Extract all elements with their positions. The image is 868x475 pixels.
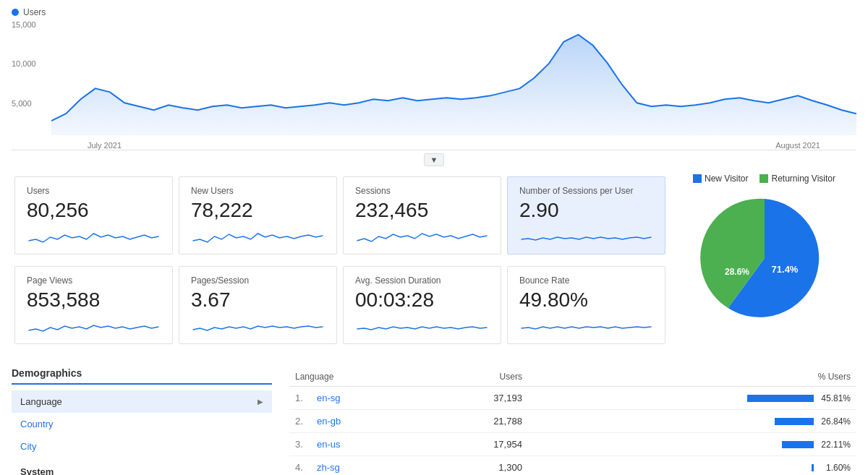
bar-fill <box>812 464 814 471</box>
returning-visitor-legend: Returning Visitor <box>760 174 835 184</box>
demo-city-label: City <box>20 441 36 452</box>
sparkline-sessions <box>355 226 489 248</box>
pct-text: 45.81% <box>818 393 851 403</box>
demographics-title: Demographics <box>12 367 272 385</box>
table-row: 4.zh-sg1,3001.60% <box>289 456 856 476</box>
new-visitor-legend-label: New Visitor <box>705 174 748 184</box>
language-table: Language Users % Users 1.en-sg37,19345.8… <box>289 367 856 475</box>
pct-cell: 26.84% <box>528 410 856 433</box>
rank-cell: 3. <box>289 433 311 456</box>
users-cell: 21,788 <box>413 410 528 433</box>
metrics-row-2: Page Views 853,588 Pages/Session 3.67 <box>12 263 668 347</box>
bar-fill <box>782 441 814 448</box>
demo-language-label: Language <box>20 396 62 407</box>
lang-cell[interactable]: zh-sg <box>311 456 413 476</box>
pie-chart: 71.4% 28.6% <box>672 189 856 320</box>
metric-users-value: 80,256 <box>27 199 161 222</box>
col-users: Users <box>413 367 528 387</box>
bar-fill <box>747 395 814 402</box>
table-row: 2.en-gb21,78826.84% <box>289 410 856 433</box>
demo-country-label: Country <box>20 419 54 429</box>
metric-bounce-rate: Bounce Rate 49.80% <box>507 266 665 344</box>
x-label-july: July 2021 <box>88 141 122 150</box>
lang-link[interactable]: zh-sg <box>317 462 340 473</box>
lang-link[interactable]: en-gb <box>317 416 341 427</box>
rank-cell: 4. <box>289 456 311 476</box>
metric-new-users-label: New Users <box>191 186 325 196</box>
metric-avg-duration-label: Avg. Session Duration <box>355 275 489 286</box>
demo-item-city[interactable]: City <box>12 435 272 458</box>
metric-new-users-value: 78,222 <box>191 199 325 222</box>
pct-cell: 45.81% <box>528 387 856 410</box>
new-visitor-legend: New Visitor <box>693 174 748 184</box>
scroll-button[interactable]: ▼ <box>424 153 445 166</box>
metric-avg-duration: Avg. Session Duration 00:03:28 <box>343 266 501 344</box>
users-cell: 37,193 <box>413 387 528 410</box>
y-axis: 15,000 10,000 5,000 <box>12 20 51 150</box>
pie-section: New Visitor Returning Visitor 7 <box>672 174 856 320</box>
y-label-5k: 5,000 <box>12 99 47 108</box>
lang-cell[interactable]: en-gb <box>311 410 413 433</box>
lang-cell[interactable]: en-sg <box>311 387 413 410</box>
returning-visitor-legend-box <box>760 174 768 183</box>
metric-sessions-per-user: Number of Sessions per User 2.90 <box>507 176 665 254</box>
table-header-row: Language Users % Users <box>289 367 856 387</box>
metric-page-views: Page Views 853,588 <box>14 266 173 344</box>
sparkline-avg-duration <box>355 316 489 338</box>
metric-users-label: Users <box>27 186 161 196</box>
table-row: 3.en-us17,95422.11% <box>289 433 856 456</box>
metric-sessions-label: Sessions <box>355 186 489 196</box>
demo-item-country[interactable]: Country <box>12 413 272 435</box>
metric-sessions-value: 232,465 <box>355 199 489 222</box>
sparkline-users <box>27 226 161 248</box>
returning-visitor-legend-label: Returning Visitor <box>771 174 835 184</box>
lang-link[interactable]: en-us <box>317 439 341 450</box>
metric-sessions: Sessions 232,465 <box>343 176 501 254</box>
sparkline-page-views <box>27 316 161 338</box>
table-row: 1.en-sg37,19345.81% <box>289 387 856 410</box>
metric-avg-duration-value: 00:03:28 <box>355 288 489 312</box>
demo-item-language[interactable]: Language ▶ <box>12 390 272 413</box>
users-legend-dot <box>12 9 19 16</box>
x-axis: July 2021 August 2021 <box>51 141 856 150</box>
metric-sessions-per-user-value: 2.90 <box>519 199 653 222</box>
pie-legend: New Visitor Returning Visitor <box>672 174 856 184</box>
rank-cell: 1. <box>289 387 311 410</box>
metric-users: Users 80,256 <box>14 176 173 254</box>
y-label-10k: 10,000 <box>12 59 47 68</box>
metric-pages-session-value: 3.67 <box>191 288 325 312</box>
lang-link[interactable]: en-sg <box>317 393 341 403</box>
bar-fill <box>775 418 814 425</box>
new-visitor-legend-box <box>693 174 702 183</box>
rank-cell: 2. <box>289 410 311 433</box>
metric-pages-session-label: Pages/Session <box>191 275 325 286</box>
metric-sessions-per-user-label: Number of Sessions per User <box>519 186 653 196</box>
sparkline-pages-session <box>191 316 325 338</box>
pct-text: 22.11% <box>818 440 851 450</box>
metrics-row-1: Users 80,256 New Users 78,222 Sess <box>12 174 668 257</box>
metric-new-users: New Users 78,222 <box>179 176 337 254</box>
svg-text:71.4%: 71.4% <box>771 264 798 275</box>
metric-bounce-rate-label: Bounce Rate <box>519 275 653 286</box>
users-cell: 1,300 <box>413 456 528 476</box>
users-cell: 17,954 <box>413 433 528 456</box>
metrics-container: Users 80,256 New Users 78,222 Sess <box>12 174 856 347</box>
line-chart: 15,000 10,000 5,000 <box>12 20 856 150</box>
col-pct-users: % Users <box>528 367 856 387</box>
y-label-15k: 15,000 <box>12 20 47 29</box>
bottom-section: Demographics Language ▶ Country City Sys… <box>12 359 856 475</box>
demographics-panel: Demographics Language ▶ Country City Sys… <box>12 367 272 475</box>
metric-bounce-rate-value: 49.80% <box>519 288 653 312</box>
pct-text: 1.60% <box>818 463 851 473</box>
sparkline-new-users <box>191 226 325 248</box>
system-section-label: System <box>12 461 272 475</box>
chart-area <box>51 20 856 135</box>
metric-pages-session: Pages/Session 3.67 <box>179 266 337 344</box>
pct-cell: 1.60% <box>528 456 856 476</box>
lang-cell[interactable]: en-us <box>311 433 413 456</box>
sparkline-sessions-per-user <box>519 226 653 248</box>
metric-page-views-value: 853,588 <box>27 288 161 312</box>
language-panel: Language Users % Users 1.en-sg37,19345.8… <box>289 367 856 475</box>
pct-cell: 22.11% <box>528 433 856 456</box>
metric-page-views-label: Page Views <box>27 275 161 286</box>
